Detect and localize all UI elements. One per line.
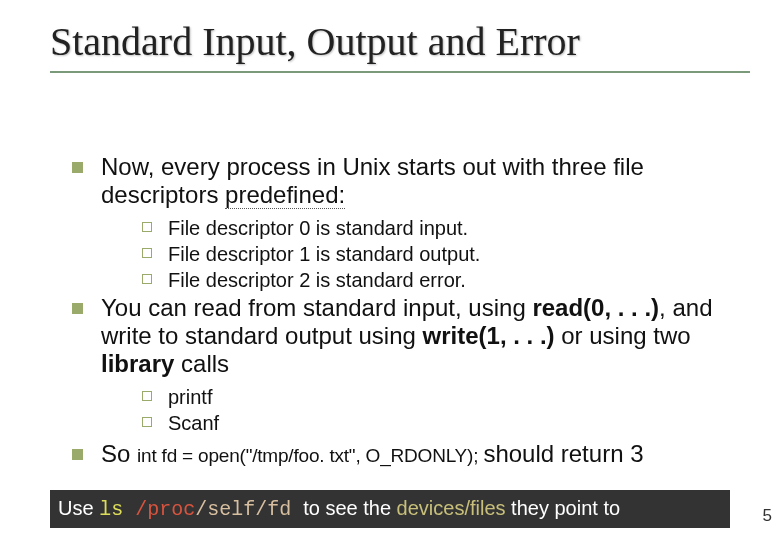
readwrite-text: You can read from standard input, using …	[101, 294, 750, 379]
sub-bullet-printf: printf	[142, 385, 750, 409]
title-underline: Standard Input, Output and Error	[50, 18, 750, 73]
so-big: So	[101, 440, 137, 467]
printf-text: printf	[168, 385, 212, 409]
fd2-text: File descriptor 2 is standard error.	[168, 268, 466, 292]
hollow-square-bullet-icon	[142, 417, 152, 427]
slide: Standard Input, Output and Error Now, ev…	[0, 0, 780, 540]
fd0-text: File descriptor 0 is standard input.	[168, 216, 468, 240]
bullet-intro-text: Now, every process in Unix starts out wi…	[101, 153, 750, 210]
so-tail: should return 3	[483, 440, 643, 467]
hollow-square-bullet-icon	[142, 222, 152, 232]
sub-bullet-scanf: Scanf	[142, 411, 750, 435]
hollow-square-bullet-icon	[142, 274, 152, 284]
footer-p3: they point to	[511, 497, 620, 519]
slide-title: Standard Input, Output and Error	[50, 18, 750, 65]
rw-read: read(0, . . .)	[532, 294, 659, 321]
sub-bullet-fd1: File descriptor 1 is standard output.	[142, 242, 750, 266]
square-bullet-icon	[72, 162, 83, 173]
so-return-text: So int fd = open("/tmp/foo. txt", O_RDON…	[101, 440, 644, 468]
footer-p2: to see the	[303, 497, 396, 519]
footer-proc: /proc	[135, 498, 195, 521]
so-small: int fd = open("/tmp/foo. txt", O_RDONLY)…	[137, 445, 483, 466]
intro-predefined: predefined:	[225, 181, 345, 209]
footer-bar: Use ls /proc/self/fd to see the devices/…	[50, 490, 730, 528]
footer-ls: ls	[99, 498, 135, 521]
intro-text-pre: Now, every process in Unix starts out wi…	[101, 153, 644, 208]
square-bullet-icon	[72, 449, 83, 460]
bullet-readwrite: You can read from standard input, using …	[72, 294, 750, 379]
hollow-square-bullet-icon	[142, 248, 152, 258]
rw-p4: calls	[174, 350, 229, 377]
square-bullet-icon	[72, 303, 83, 314]
sub-bullet-fd2: File descriptor 2 is standard error.	[142, 268, 750, 292]
rw-write: write(1, . . .)	[423, 322, 555, 349]
bullet-so-return: So int fd = open("/tmp/foo. txt", O_RDON…	[72, 440, 750, 468]
sub-bullet-fd0: File descriptor 0 is standard input.	[142, 216, 750, 240]
rw-p1: You can read from standard input, using	[101, 294, 532, 321]
footer-devfiles: devices/files	[397, 497, 512, 519]
fd1-text: File descriptor 1 is standard output.	[168, 242, 480, 266]
bullet-intro: Now, every process in Unix starts out wi…	[72, 153, 750, 210]
rw-p3: or using two	[555, 322, 691, 349]
footer-rest: /self/fd	[195, 498, 303, 521]
scanf-text: Scanf	[168, 411, 219, 435]
hollow-square-bullet-icon	[142, 391, 152, 401]
page-number: 5	[763, 506, 772, 526]
rw-library: library	[101, 350, 174, 377]
footer-p1: Use	[58, 497, 99, 519]
